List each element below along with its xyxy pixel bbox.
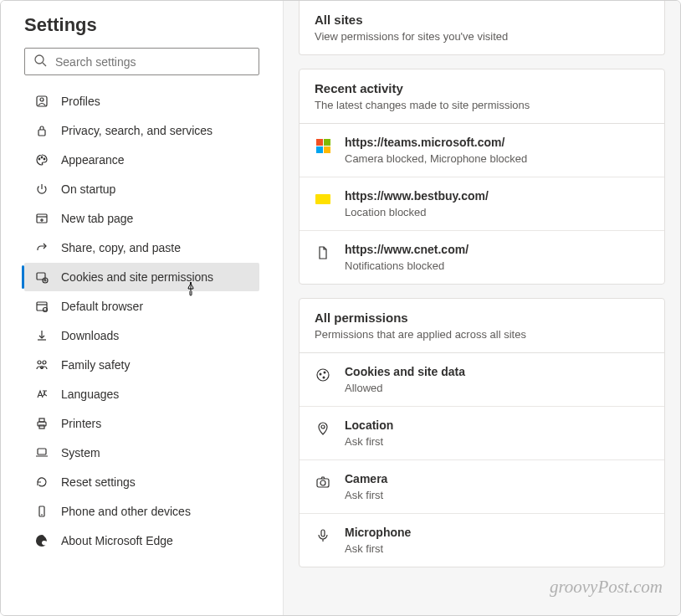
sidebar-item-label: About Microsoft Edge xyxy=(61,534,173,547)
page-title: Settings xyxy=(24,14,259,36)
permission-status: Ask first xyxy=(345,489,649,501)
svg-point-0 xyxy=(35,55,44,64)
sidebar-item-label: Family safety xyxy=(61,358,130,372)
sidebar-item-label: Appearance xyxy=(61,153,125,167)
svg-point-6 xyxy=(41,157,43,158)
sidebar-item-family[interactable]: Family safety xyxy=(24,351,259,379)
profile-icon xyxy=(34,94,49,109)
sidebar-item-label: Downloads xyxy=(61,329,119,342)
edge-icon xyxy=(34,533,49,548)
svg-point-5 xyxy=(38,158,40,160)
permission-row-location[interactable]: Location Ask first xyxy=(300,407,664,460)
svg-rect-14 xyxy=(37,302,47,311)
sidebar-item-label: New tab page xyxy=(61,212,133,225)
permission-title: Cookies and site data xyxy=(345,365,649,378)
svg-point-19 xyxy=(43,361,46,364)
sidebar-item-cookies[interactable]: Cookies and site permissions xyxy=(24,263,259,291)
settings-sidebar: Settings Profiles Privacy, search, and s… xyxy=(1,1,284,615)
permission-title: Location xyxy=(345,418,649,432)
svg-rect-22 xyxy=(39,418,44,422)
permission-title: Microphone xyxy=(345,526,649,539)
bestbuy-logo-icon xyxy=(315,191,331,208)
svg-point-32 xyxy=(321,425,325,429)
sidebar-item-label: Privacy, search, and services xyxy=(61,124,212,137)
recent-activity-subtitle: The latest changes made to site permissi… xyxy=(315,99,649,111)
site-url: https://teams.microsoft.com/ xyxy=(345,136,649,149)
cookie-icon xyxy=(315,367,331,383)
search-icon xyxy=(33,54,47,69)
sidebar-item-phone[interactable]: Phone and other devices xyxy=(24,497,259,526)
svg-point-29 xyxy=(320,373,321,375)
search-input[interactable] xyxy=(55,55,250,69)
cookie-perm-icon xyxy=(34,270,49,285)
svg-point-7 xyxy=(44,158,45,160)
sidebar-item-label: Profiles xyxy=(61,95,100,108)
svg-point-30 xyxy=(324,372,325,373)
site-status: Location blocked xyxy=(345,206,649,218)
microsoft-logo-icon xyxy=(315,137,331,154)
file-icon xyxy=(315,244,331,261)
all-permissions-subtitle: Permissions that are applied across all … xyxy=(315,328,649,341)
site-status: Notifications blocked xyxy=(345,259,649,272)
sidebar-item-label: Cookies and site permissions xyxy=(61,270,213,284)
camera-icon xyxy=(315,474,331,490)
share-icon xyxy=(34,240,49,255)
sidebar-item-profiles[interactable]: Profiles xyxy=(24,87,259,116)
svg-line-1 xyxy=(43,63,46,66)
svg-point-18 xyxy=(38,361,41,364)
sidebar-item-share[interactable]: Share, copy, and paste xyxy=(24,234,259,262)
svg-rect-24 xyxy=(38,449,46,454)
sidebar-item-languages[interactable]: Languages xyxy=(24,380,259,408)
permission-status: Allowed xyxy=(345,382,649,394)
sidebar-item-label: On startup xyxy=(61,182,115,196)
tab-icon xyxy=(34,211,49,226)
all-permissions-card: All permissions Permissions that are app… xyxy=(299,298,665,567)
sidebar-item-label: Reset settings xyxy=(61,475,136,489)
svg-point-3 xyxy=(40,98,44,101)
recent-site-row[interactable]: https://teams.microsoft.com/ Camera bloc… xyxy=(300,124,664,177)
permission-row-camera[interactable]: Camera Ask first xyxy=(300,460,664,514)
all-sites-card[interactable]: All sites View permissions for sites you… xyxy=(299,1,665,55)
sidebar-item-startup[interactable]: On startup xyxy=(24,175,259,203)
sidebar-item-appearance[interactable]: Appearance xyxy=(24,146,259,174)
sidebar-item-label: Phone and other devices xyxy=(61,505,191,518)
palette-icon xyxy=(34,152,49,167)
svg-point-28 xyxy=(317,369,329,381)
sidebar-item-label: Default browser xyxy=(61,300,143,313)
phone-icon xyxy=(34,504,49,519)
download-icon xyxy=(34,328,49,343)
recent-activity-title: Recent activity xyxy=(315,81,649,95)
family-icon xyxy=(34,357,49,372)
location-icon xyxy=(315,420,331,437)
reset-icon xyxy=(34,475,49,490)
sidebar-item-downloads[interactable]: Downloads xyxy=(24,321,259,350)
site-url: https://www.cnet.com/ xyxy=(345,243,649,256)
permission-title: Camera xyxy=(345,472,649,485)
printer-icon xyxy=(34,416,49,431)
sidebar-item-label: Languages xyxy=(61,388,119,401)
svg-point-34 xyxy=(320,480,325,485)
search-settings-box[interactable] xyxy=(24,48,259,75)
permission-row-cookies[interactable]: Cookies and site data Allowed xyxy=(300,353,664,407)
microphone-icon xyxy=(315,527,331,544)
sidebar-item-label: Printers xyxy=(61,417,101,430)
sidebar-item-newtab[interactable]: New tab page xyxy=(24,204,259,233)
sidebar-item-privacy[interactable]: Privacy, search, and services xyxy=(24,116,259,145)
sidebar-item-printers[interactable]: Printers xyxy=(24,409,259,438)
permission-status: Ask first xyxy=(345,542,649,555)
sidebar-item-reset[interactable]: Reset settings xyxy=(24,468,259,496)
all-sites-title: All sites xyxy=(315,13,649,27)
permission-row-microphone[interactable]: Microphone Ask first xyxy=(300,514,664,567)
recent-site-row[interactable]: https://www.bestbuy.com/ Location blocke… xyxy=(300,177,664,231)
language-icon xyxy=(34,387,49,402)
permission-status: Ask first xyxy=(345,435,649,448)
settings-nav: Profiles Privacy, search, and services A… xyxy=(24,87,259,555)
laptop-icon xyxy=(34,445,49,460)
sidebar-item-default-browser[interactable]: Default browser xyxy=(24,292,259,321)
recent-activity-card: Recent activity The latest changes made … xyxy=(299,69,665,285)
recent-site-row[interactable]: https://www.cnet.com/ Notifications bloc… xyxy=(300,231,664,284)
sidebar-item-system[interactable]: System xyxy=(24,439,259,467)
sidebar-item-about[interactable]: About Microsoft Edge xyxy=(24,526,259,555)
site-url: https://www.bestbuy.com/ xyxy=(345,189,649,203)
all-sites-subtitle: View permissions for sites you've visite… xyxy=(315,30,649,43)
